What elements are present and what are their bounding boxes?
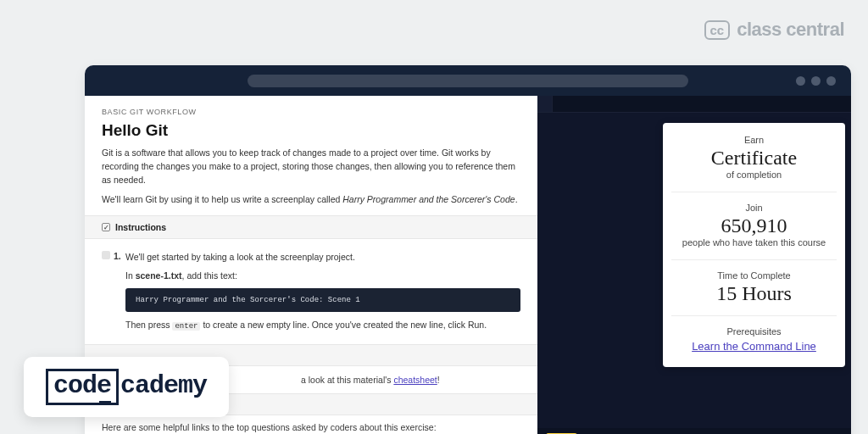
editor-tabs bbox=[537, 96, 851, 113]
lesson-title: Hello Git bbox=[102, 121, 520, 140]
checkbox-icon: ✓ bbox=[102, 223, 110, 231]
step-text: We'll get started by taking a look at th… bbox=[125, 251, 520, 264]
browser-chrome-bar bbox=[85, 65, 851, 96]
text: In bbox=[125, 270, 136, 281]
screenplay-title: Harry Programmer and the Sorcerer's Code bbox=[342, 194, 515, 204]
text: a look at this material's bbox=[301, 375, 393, 385]
text: ! bbox=[437, 375, 440, 385]
codecademy-logo-box: code bbox=[46, 369, 119, 405]
instructions-header[interactable]: ✓ Instructions bbox=[85, 215, 537, 239]
cheatsheet-link[interactable]: cheatsheet bbox=[393, 375, 437, 385]
faq-intro: Here are some helpful links to the top q… bbox=[102, 422, 437, 432]
stat-sublabel: people who have taken this course bbox=[671, 237, 837, 248]
step-number: 1. bbox=[114, 251, 121, 261]
text: . bbox=[515, 194, 518, 204]
url-bar[interactable] bbox=[248, 75, 688, 87]
terminal-toolbar: Run ⎘ ⟳ bbox=[537, 428, 851, 434]
lesson-eyebrow: BASIC GIT WORKFLOW bbox=[102, 108, 520, 116]
codecademy-logo-text: cademy bbox=[120, 371, 207, 400]
stat-label: Time to Complete bbox=[671, 270, 837, 281]
window-dot[interactable] bbox=[826, 76, 836, 86]
instructions-label: Instructions bbox=[115, 222, 166, 232]
instruction-step: 1. We'll get started by taking a look at… bbox=[102, 239, 520, 344]
editor-panel: Earn Certificate of completion Join 650,… bbox=[537, 96, 851, 434]
lesson-paragraph: We'll learn Git by using it to help us w… bbox=[102, 193, 520, 207]
faq-section: Here are some helpful links to the top q… bbox=[102, 415, 520, 434]
keyboard-key: enter bbox=[172, 322, 200, 331]
cc-badge: cc bbox=[704, 20, 731, 40]
stat-value: 650,910 bbox=[671, 214, 837, 237]
text: to create a new empty line. Once you've … bbox=[200, 320, 487, 330]
text: code bbox=[53, 371, 111, 400]
editor-area[interactable]: Earn Certificate of completion Join 650,… bbox=[537, 113, 851, 428]
class-central-logo: cc class central bbox=[704, 19, 845, 41]
filename: scene-1.txt bbox=[136, 270, 182, 281]
step-text: In scene-1.txt, add this text: bbox=[125, 270, 520, 283]
stat-label: Join bbox=[671, 203, 837, 213]
cursor-icon bbox=[99, 401, 111, 405]
prerequisite-link[interactable]: Learn the Command Line bbox=[692, 340, 816, 353]
stat-value: Certificate bbox=[671, 147, 837, 170]
stat-sublabel: of completion bbox=[671, 170, 837, 180]
stat-value: 15 Hours bbox=[671, 282, 837, 305]
cc-wordmark: class central bbox=[737, 19, 844, 41]
lesson-paragraph: Git is a software that allows you to kee… bbox=[102, 147, 520, 186]
stat-label: Earn bbox=[671, 135, 837, 145]
window-dot[interactable] bbox=[796, 76, 805, 86]
text: We'll learn Git by using it to help us w… bbox=[102, 194, 342, 204]
codecademy-logo: code cademy bbox=[24, 357, 229, 417]
editor-tab[interactable] bbox=[537, 96, 553, 112]
code-block[interactable]: Harry Programmer and the Sorcerer's Code… bbox=[125, 288, 520, 312]
window-dot[interactable] bbox=[811, 76, 821, 86]
stat-label: Prerequisites bbox=[671, 326, 837, 337]
course-stats-card: Earn Certificate of completion Join 650,… bbox=[663, 123, 845, 367]
step-text: Then press enter to create a new empty l… bbox=[125, 319, 520, 333]
text: Then press bbox=[125, 320, 172, 330]
text: , add this text: bbox=[182, 270, 237, 281]
window-controls bbox=[796, 76, 836, 86]
step-checkbox[interactable] bbox=[102, 251, 110, 259]
